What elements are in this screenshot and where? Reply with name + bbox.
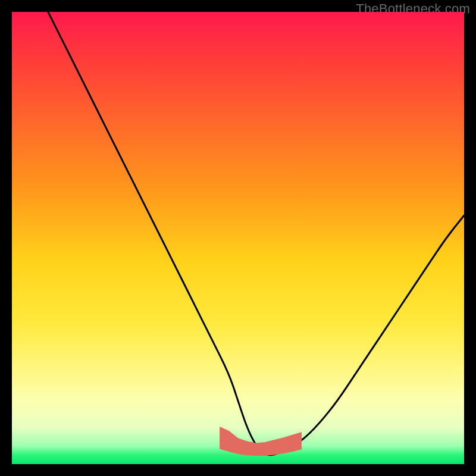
optimal-range-band — [220, 427, 302, 456]
chart-plot — [12, 12, 464, 464]
bottleneck-curve — [48, 12, 464, 455]
chart-svg — [12, 12, 464, 464]
